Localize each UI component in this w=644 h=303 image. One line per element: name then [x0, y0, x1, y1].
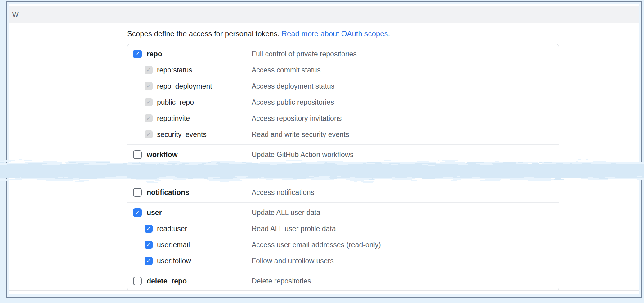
scope-label-repo:invite[interactable]: repo:invite	[157, 114, 190, 123]
scope-checkbox-user:email[interactable]: ✓	[145, 241, 153, 249]
window-frame: w Scopes define the access for personal …	[6, 1, 642, 298]
scope-description: Access deployment status	[252, 82, 334, 90]
scopes-intro: Scopes define the access for personal to…	[127, 29, 639, 39]
scope-row: ✓ repo:status Access commit status	[127, 62, 559, 78]
scope-label-workflow[interactable]: workflow	[147, 151, 178, 159]
scope-group-repo: ✓ repo Full control of private repositor…	[127, 44, 559, 144]
scopes-box: ✓ repo Full control of private repositor…	[127, 44, 559, 291]
scope-checkbox-user[interactable]: ✓	[133, 208, 142, 217]
scope-checkbox-workflow[interactable]	[133, 150, 142, 159]
scope-label-user[interactable]: user	[147, 209, 162, 217]
scope-row: ✓ repo:invite Access repository invitati…	[127, 110, 559, 126]
scope-checkbox-delete_repo[interactable]	[133, 277, 142, 285]
scope-description: Full control of private repositories	[252, 50, 357, 58]
scope-label-repo[interactable]: repo	[147, 50, 162, 58]
screenshot-root: { "window": { "bar_text": "w" }, "intro"…	[0, 0, 644, 303]
scope-label-notifications[interactable]: notifications	[147, 188, 189, 197]
scope-label-user:follow[interactable]: user:follow	[157, 257, 191, 265]
scope-row: workflow Update GitHub Action workflows	[127, 147, 559, 163]
scope-description: Update ALL user data	[252, 209, 320, 217]
scope-row: ✓ user Update ALL user data	[127, 204, 559, 221]
scope-description: Read and write security events	[252, 130, 349, 139]
scope-label-repo_deployment[interactable]: repo_deployment	[157, 82, 212, 90]
scope-row: ✓ security_events Read and write securit…	[127, 126, 559, 143]
window-bar: w	[9, 6, 639, 23]
scope-description: Delete repositories	[252, 277, 311, 285]
scope-checkbox-repo_deployment: ✓	[145, 82, 153, 90]
scope-description: Access notifications	[252, 188, 314, 197]
content-area: Scopes define the access for personal to…	[9, 24, 639, 291]
scope-checkbox-security_events: ✓	[145, 130, 153, 138]
scope-checkbox-repo:status: ✓	[145, 66, 153, 74]
scope-label-read:user[interactable]: read:user	[157, 225, 187, 233]
scopes-intro-text: Scopes define the access for personal to…	[127, 29, 282, 38]
scope-checkbox-read:user[interactable]: ✓	[145, 225, 153, 233]
scope-description: Access public repositories	[252, 98, 334, 107]
page: w Scopes define the access for personal …	[9, 4, 639, 294]
scope-description: Access commit status	[252, 66, 320, 74]
oauth-scopes-link[interactable]: Read more about OAuth scopes.	[282, 29, 390, 38]
scope-row: ✓ repo Full control of private repositor…	[127, 46, 559, 62]
scope-description: Access repository invitations	[252, 114, 342, 123]
scope-description: Access user email addresses (read-only)	[252, 241, 381, 249]
scope-label-repo:status[interactable]: repo:status	[157, 66, 192, 74]
scope-group-user: ✓ user Update ALL user data ✓ read:user …	[127, 202, 559, 271]
scope-description: Read ALL user profile data	[252, 225, 336, 233]
scope-label-delete_repo[interactable]: delete_repo	[147, 277, 187, 285]
scope-checkbox-user:follow[interactable]: ✓	[145, 257, 153, 265]
scope-row: ✓ user:follow Follow and unfollow users	[127, 253, 559, 269]
window-bar-text: w	[12, 10, 19, 19]
scope-group-notifications: notifications Access notifications	[127, 182, 559, 202]
scope-label-public_repo[interactable]: public_repo	[157, 98, 194, 107]
scope-label-user:email[interactable]: user:email	[157, 241, 190, 249]
scope-group-workflow: workflow Update GitHub Action workflows	[127, 144, 559, 165]
scope-checkbox-public_repo: ✓	[145, 98, 153, 106]
scope-checkbox-repo[interactable]: ✓	[133, 50, 142, 58]
scope-description: Follow and unfollow users	[252, 257, 334, 265]
scope-row: ✓ public_repo Access public repositories	[127, 94, 559, 110]
scope-row: notifications Access notifications	[127, 184, 559, 200]
scope-checkbox-notifications[interactable]	[133, 188, 142, 197]
scope-label-security_events[interactable]: security_events	[157, 130, 207, 139]
scope-row: ✓ repo_deployment Access deployment stat…	[127, 78, 559, 94]
torn-gap	[127, 165, 559, 182]
scope-description: Update GitHub Action workflows	[252, 151, 354, 159]
scope-group-delete_repo: delete_repo Delete repositories	[127, 271, 559, 291]
scope-row: delete_repo Delete repositories	[127, 273, 559, 289]
scope-checkbox-repo:invite: ✓	[145, 114, 153, 122]
scope-row: ✓ read:user Read ALL user profile data	[127, 221, 559, 237]
page-bottom-divider	[9, 290, 639, 291]
scope-row: ✓ user:email Access user email addresses…	[127, 237, 559, 253]
